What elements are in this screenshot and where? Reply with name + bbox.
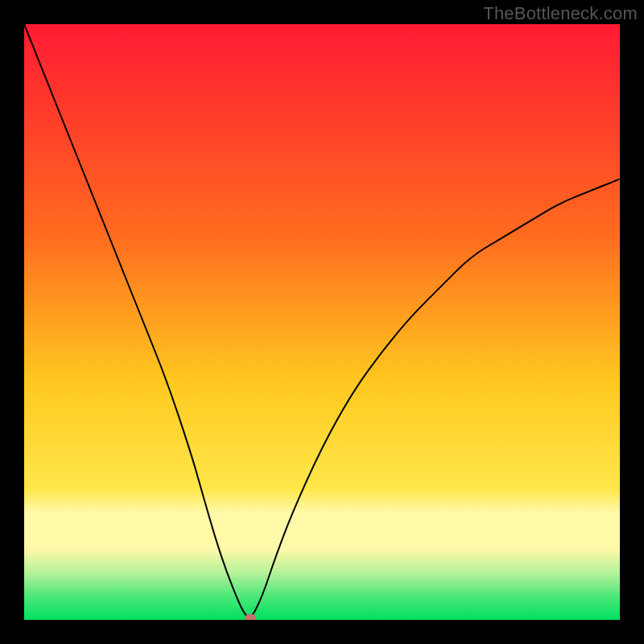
watermark-text: TheBottleneck.com [483,3,638,24]
gradient-background [24,24,620,620]
plot-area [24,24,620,620]
bottleneck-chart [24,24,620,620]
chart-frame: TheBottleneck.com [0,0,644,644]
